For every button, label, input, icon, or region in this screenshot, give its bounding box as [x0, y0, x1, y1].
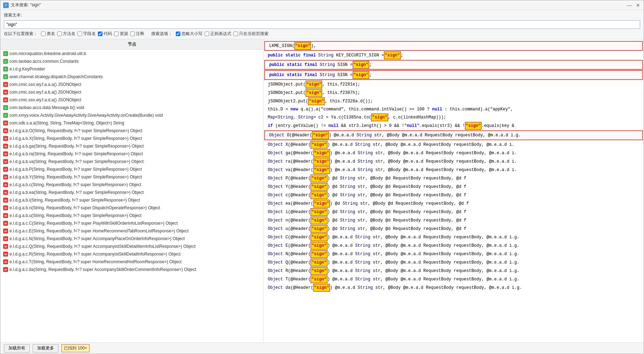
list-item-text: e.l.d.g.a.c.T(String, RequestBody, f<? s…: [9, 259, 181, 264]
checkbox-comment-input[interactable]: [130, 32, 135, 36]
list-item-text: com.taobao.accs.data.Message.b() void: [9, 105, 84, 110]
load-all-button[interactable]: 加载所有: [4, 344, 30, 353]
list-item-icon: M: [3, 229, 8, 233]
list-item-text: e.l.d.g.a.b.u(String, RequestBody, f<? s…: [9, 213, 141, 218]
list-item-icon: M: [3, 252, 8, 257]
list-item-text: e.l.d.g.a.b.c(String, RequestBody, f<? s…: [9, 182, 141, 187]
checkbox-code[interactable]: 代码: [98, 31, 112, 37]
checkbox-currentonly-label: 只在当前页搜索: [239, 31, 268, 37]
list-item[interactable]: Me.l.d.g.a.b.Y(String, RequestBody, f<? …: [0, 173, 263, 181]
highlighted-sign: "sign": [312, 131, 328, 139]
highlighted-sign: "sign": [311, 141, 327, 149]
checkbox-class-input[interactable]: [41, 32, 46, 36]
minimize-button[interactable]: —: [627, 2, 632, 8]
highlighted-sign: "sign": [313, 158, 330, 165]
search-row-1: 搜索文本:: [4, 12, 640, 18]
list-item[interactable]: Me.l.d.g.a.b.ea(String, RequestBody, f<?…: [0, 189, 263, 196]
code-line: Object O(@Header("sign") @m.e.a.d String…: [264, 130, 643, 140]
title-bar: T 文本搜索: "sign" — ✕: [0, 0, 644, 10]
highlighted-sign: "sign": [311, 275, 327, 283]
list-item[interactable]: Mcom.cmic.sso.wy.f.a.a.a() JSONObject: [0, 81, 263, 88]
checkbox-ignorecase-input[interactable]: [176, 32, 180, 36]
close-button[interactable]: ✕: [635, 2, 641, 8]
checkbox-code-input[interactable]: [98, 32, 102, 36]
code-line: Object n(@Header("sign") @d String str, …: [264, 216, 644, 225]
list-item[interactable]: Mcom.cmic.sso.wy.f.a.d.a() JSONObject: [0, 96, 263, 104]
list-item-icon: C: [3, 59, 8, 64]
list-item[interactable]: Mcom.sdk.s.a.a(String, String, TreeMap<S…: [0, 119, 263, 127]
checkbox-currentonly[interactable]: 只在当前页搜索: [233, 31, 268, 37]
search-input[interactable]: [4, 20, 640, 29]
code-line: public static final String SIGN = "sign"…: [264, 70, 643, 80]
list-item-icon: M: [3, 97, 8, 102]
checkbox-method[interactable]: 方法名: [57, 31, 75, 37]
list-item[interactable]: Ccom.taobao.accs.common.Constants: [0, 57, 263, 65]
checkbox-resource-input[interactable]: [114, 32, 119, 36]
highlighted-sign: "sign": [311, 217, 327, 224]
list-item[interactable]: Me.l.d.g.a.c.Q(String, RequestBody, f<? …: [0, 243, 263, 250]
left-list[interactable]: Ccom.microquation.linkedme.android.util.…: [0, 50, 263, 342]
code-area: LKME_SIGN("sign"),public static final St…: [264, 39, 644, 342]
highlighted-sign: "sign": [311, 208, 327, 216]
left-panel-title: 节点: [128, 41, 136, 47]
list-item[interactable]: Me.l.d.g.a.c.E(String, RequestBody, f<? …: [0, 227, 263, 235]
list-item[interactable]: Me.l.d.g.a.c.N(String, RequestBody, f<? …: [0, 235, 263, 243]
list-item[interactable]: Ccom.xmyy.voice.Activity.GiveAwayActivit…: [0, 111, 263, 119]
list-item[interactable]: Ccom.microquation.linkedme.android.util.…: [0, 50, 263, 57]
search-options: 搜索选项： 忽略大小写 正则表达式 只在当前页搜索: [151, 31, 268, 37]
list-item[interactable]: Mcom.cmic.sso.wy.f.a.b.a() JSONObject: [0, 88, 263, 96]
highlighted-sign: "sign": [313, 166, 330, 174]
checkbox-comment-label: 注释: [136, 31, 144, 37]
highlighted-sign: "sign": [371, 114, 388, 121]
list-item-icon: M: [3, 128, 8, 133]
list-item[interactable]: Ccom.taobao.accs.data.Message.b() void: [0, 104, 263, 111]
checkbox-method-input[interactable]: [57, 32, 62, 36]
list-item-text: e.l.d.g.a.b.ra(String, RequestBody, f<? …: [9, 151, 143, 156]
list-item[interactable]: Me.l.d.g.a.b.ga(String, RequestBody, f<?…: [0, 142, 263, 150]
list-item[interactable]: Me.l.d.g.a.c.da(String, RequestBody, f<?…: [0, 266, 263, 273]
checkbox-field-input[interactable]: [78, 32, 82, 36]
checkbox-class[interactable]: 类名: [41, 31, 55, 37]
list-item[interactable]: Me.l.d.g.a.c.R(String, RequestBody, f<? …: [0, 250, 263, 258]
list-item[interactable]: Me.l.d.g.a.b.va(String, RequestBody, f<?…: [0, 158, 263, 165]
list-item[interactable]: Canet.channel.strategy.dispatch.Dispatch…: [0, 73, 263, 81]
checkbox-field[interactable]: 字段名: [78, 31, 96, 37]
list-item[interactable]: Me.l.d.g.a.b.X(String, RequestBody, f<? …: [0, 135, 263, 142]
list-item[interactable]: Me.l.d.g.a.b.O(String, RequestBody, f<? …: [0, 127, 263, 135]
list-item-text: e.l.d.g.KeyProvider: [9, 67, 45, 72]
list-item-icon: C: [3, 113, 8, 118]
list-item-icon: M: [3, 213, 8, 218]
checkbox-resource[interactable]: 资源: [114, 31, 128, 37]
list-item-icon: M: [3, 151, 8, 156]
main-content: 节点 Ccom.microquation.linkedme.android.ut…: [0, 39, 644, 342]
code-line: Object Q(@Header("sign") @m.e.a.d String…: [264, 258, 644, 267]
list-item-icon: M: [3, 198, 8, 203]
list-item-icon: M: [3, 159, 8, 164]
list-item[interactable]: Me.l.d.g.a.b.u(String, RequestBody, f<? …: [0, 212, 263, 219]
checkbox-ignorecase[interactable]: 忽略大小写: [176, 31, 203, 37]
list-item-text: e.l.d.g.a.b.P(String, RequestBody, f<? s…: [9, 167, 142, 172]
list-item[interactable]: Ce.l.d.g.KeyProvider: [0, 65, 263, 73]
checkbox-regex-input[interactable]: [205, 32, 209, 36]
load-more-button[interactable]: 加载更多: [33, 344, 59, 353]
highlighted-sign: "sign": [311, 267, 327, 275]
code-line: Object va(@Header("sign") @m.e.a.d Strin…: [264, 166, 644, 174]
list-item-text: e.l.d.g.a.c.N(String, RequestBody, f<? s…: [9, 236, 185, 241]
list-item-text: e.l.d.g.a.c.da(String, RequestBody, f<? …: [9, 267, 196, 272]
highlighted-sign: "sign": [311, 225, 327, 233]
list-item[interactable]: Me.l.d.g.a.b.ra(String, RequestBody, f<?…: [0, 150, 263, 158]
list-item[interactable]: Me.l.d.g.a.c.C(String, RequestBody, f<? …: [0, 219, 263, 227]
list-item[interactable]: Me.l.d.g.a.b.i(String, RequestBody, f<? …: [0, 196, 263, 204]
checkbox-currentonly-input[interactable]: [233, 32, 238, 36]
list-item[interactable]: Me.l.d.g.a.b.n(String, RequestBody, f<? …: [0, 204, 263, 212]
checkbox-comment[interactable]: 注释: [130, 31, 144, 37]
list-item[interactable]: Me.l.d.g.a.b.c(String, RequestBody, f<? …: [0, 181, 263, 189]
checkbox-regex[interactable]: 正则表达式: [205, 31, 231, 37]
list-item[interactable]: Me.l.d.g.a.c.T(String, RequestBody, f<? …: [0, 258, 263, 266]
list-item-icon: M: [3, 267, 8, 272]
list-item[interactable]: Me.l.d.g.a.b.P(String, RequestBody, f<? …: [0, 165, 263, 173]
list-item-icon: M: [3, 90, 8, 95]
highlighted-sign: "sign": [465, 122, 482, 130]
list-item-text: com.sdk.s.a.a(String, String, TreeMap<St…: [9, 121, 124, 125]
search-label: 搜索文本:: [4, 12, 22, 18]
